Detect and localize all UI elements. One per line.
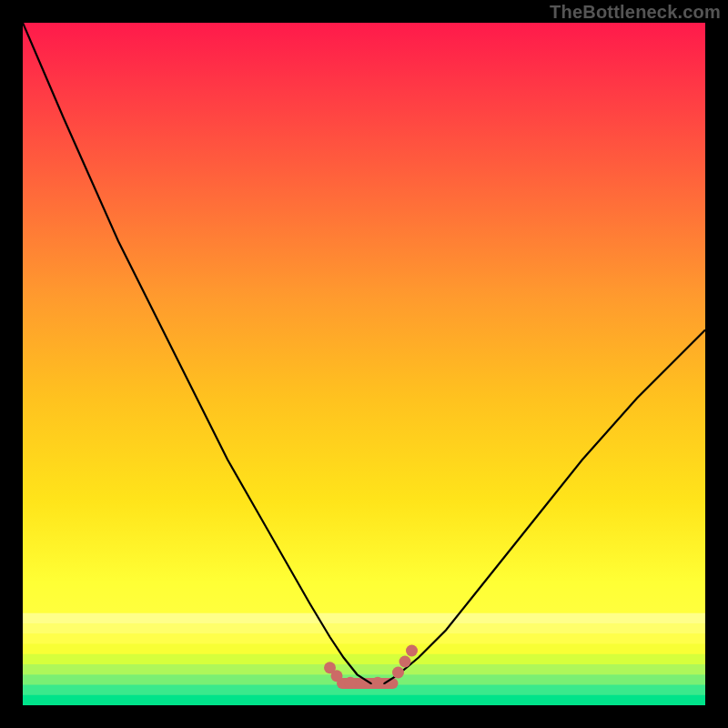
svg-point-15 [399,656,411,668]
svg-rect-5 [23,664,705,675]
svg-point-11 [331,670,343,682]
chart-svg [23,23,705,705]
svg-point-16 [406,645,418,657]
svg-rect-0 [23,613,705,624]
svg-rect-3 [23,644,705,655]
gradient-background [23,23,705,705]
svg-rect-1 [23,623,705,634]
watermark-text: TheBottleneck.com [550,2,721,23]
svg-rect-4 [23,654,705,665]
chart-frame: TheBottleneck.com [0,0,728,728]
bottom-color-bands [23,613,705,705]
svg-point-12 [345,677,357,689]
svg-rect-8 [23,695,705,705]
svg-point-14 [392,667,404,679]
chart-plot [23,23,705,705]
svg-rect-2 [23,633,705,644]
svg-point-13 [372,677,384,689]
